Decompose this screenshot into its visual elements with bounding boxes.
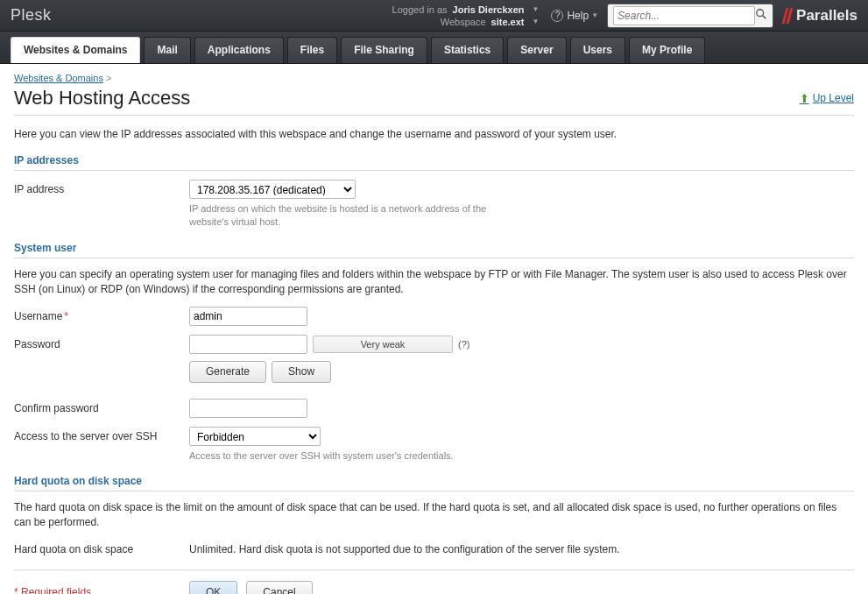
chevron-down-icon: ▼ — [533, 16, 540, 28]
confirm-password-input[interactable] — [189, 399, 307, 418]
generate-button[interactable]: Generate — [189, 361, 266, 383]
parallels-label: Parallels — [796, 7, 857, 25]
login-info: Logged in as Joris Dierckxen ▼ Webspace … — [392, 4, 540, 28]
logged-in-user: Joris Dierckxen — [453, 4, 525, 16]
svg-point-0 — [757, 10, 764, 17]
password-strength: Very weak — [313, 336, 453, 353]
password-input[interactable] — [189, 335, 307, 354]
breadcrumb-link[interactable]: Websites & Domains — [14, 73, 103, 83]
breadcrumb-sep: > — [106, 73, 111, 83]
tab-mail[interactable]: Mail — [144, 37, 190, 63]
tab-file-sharing[interactable]: File Sharing — [341, 37, 427, 63]
section-sysuser-title: System user — [14, 242, 854, 258]
intro-text: Here you can view the IP addresses assoc… — [14, 128, 854, 140]
tab-statistics[interactable]: Statistics — [431, 37, 504, 63]
up-level-link[interactable]: ⬆ Up Level — [800, 92, 854, 105]
tab-applications[interactable]: Applications — [194, 37, 284, 63]
row-quota: Hard quota on disk space Unlimited. Hard… — [14, 540, 854, 557]
up-arrow-icon: ⬆ — [800, 92, 809, 105]
cancel-button[interactable]: Cancel — [246, 581, 312, 594]
logged-in-row[interactable]: Logged in as Joris Dierckxen ▼ — [392, 4, 540, 16]
quota-desc: The hard quota on disk space is the limi… — [14, 500, 854, 531]
help-icon: ? — [551, 10, 563, 22]
ssh-access-select[interactable]: Forbidden — [189, 427, 321, 446]
ssh-access-label: Access to the server over SSH — [14, 427, 189, 442]
topbar: Plesk Logged in as Joris Dierckxen ▼ Web… — [0, 0, 868, 32]
tab-websites-domains[interactable]: Websites & Domains — [11, 37, 140, 63]
ip-address-hint: IP address on which the website is hoste… — [189, 202, 522, 230]
ok-button[interactable]: OK — [189, 581, 237, 594]
sysuser-desc: Here you can specify an operating system… — [14, 267, 854, 298]
row-password: Password Very weak (?) Generate Show — [14, 335, 854, 390]
tab-my-profile[interactable]: My Profile — [629, 37, 705, 63]
navbar: Websites & Domains Mail Applications Fil… — [0, 32, 868, 64]
ssh-access-hint: Access to the server over SSH with syste… — [189, 449, 522, 463]
required-fields-note: * Required fields — [14, 586, 189, 594]
page-title: Web Hosting Access — [14, 87, 800, 110]
up-level-label: Up Level — [813, 92, 854, 104]
row-ssh-access: Access to the server over SSH Forbidden … — [14, 427, 854, 463]
tab-files[interactable]: Files — [287, 37, 337, 63]
quota-label: Hard quota on disk space — [14, 540, 189, 555]
search-icon[interactable] — [755, 8, 767, 23]
password-help-icon[interactable]: (?) — [458, 339, 469, 350]
section-ip-title: IP addresses — [14, 154, 854, 171]
divider — [14, 569, 854, 570]
password-label: Password — [14, 335, 189, 350]
quota-value: Unlimited. Hard disk quota is not suppor… — [189, 540, 854, 557]
logo: Plesk — [11, 6, 52, 25]
chevron-down-icon: ▼ — [591, 11, 598, 19]
help-label: Help — [567, 10, 589, 22]
username-input[interactable] — [189, 307, 307, 326]
webspace-label: Webspace — [441, 16, 486, 28]
webspace-row[interactable]: Webspace site.ext ▼ — [392, 16, 540, 28]
search-input-wrap[interactable] — [607, 4, 773, 28]
parallels-brand: Parallels — [784, 7, 857, 25]
tab-users[interactable]: Users — [570, 37, 625, 63]
tab-server[interactable]: Server — [507, 37, 566, 63]
help-menu[interactable]: ? Help ▼ — [551, 10, 598, 22]
row-username: Username* — [14, 307, 854, 326]
svg-line-1 — [763, 16, 766, 19]
logged-in-label: Logged in as — [392, 4, 448, 16]
content: Websites & Domains > Web Hosting Access … — [0, 64, 868, 594]
webspace-name: site.ext — [491, 16, 525, 28]
ip-address-label: IP address — [14, 180, 189, 195]
username-label: Username* — [14, 307, 189, 322]
search-input[interactable] — [613, 6, 755, 25]
show-button[interactable]: Show — [272, 361, 331, 383]
row-ip-address: IP address 178.208.35.167 (dedicated) IP… — [14, 180, 854, 230]
section-quota-title: Hard quota on disk space — [14, 475, 854, 491]
row-confirm-password: Confirm password — [14, 399, 854, 418]
breadcrumb: Websites & Domains > — [14, 73, 854, 83]
parallels-icon — [784, 8, 793, 24]
chevron-down-icon: ▼ — [533, 4, 540, 16]
ip-address-select[interactable]: 178.208.35.167 (dedicated) — [189, 180, 356, 199]
title-bar: Web Hosting Access ⬆ Up Level — [14, 87, 854, 116]
confirm-password-label: Confirm password — [14, 399, 189, 414]
footer-row: * Required fields OK Cancel — [14, 581, 854, 594]
